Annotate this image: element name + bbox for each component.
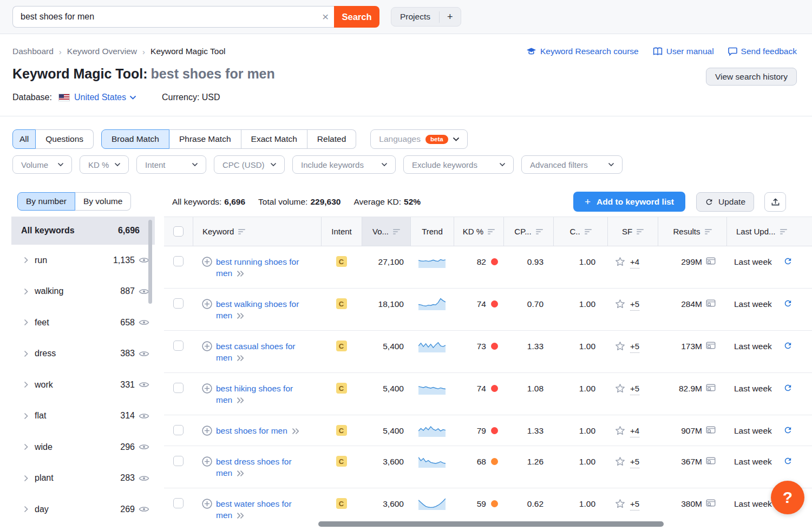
refresh-icon[interactable] xyxy=(783,299,793,308)
row-checkbox[interactable] xyxy=(173,425,184,435)
sidebar-group-item[interactable]: run 1,135 xyxy=(11,245,155,276)
column-volume[interactable]: Vo... xyxy=(362,217,410,246)
filter-advanced[interactable]: Advanced filters xyxy=(521,155,623,174)
expand-keyword-icon[interactable] xyxy=(237,395,245,406)
refresh-icon[interactable] xyxy=(783,456,793,466)
star-icon[interactable] xyxy=(615,456,625,466)
tab-questions[interactable]: Questions xyxy=(36,129,94,149)
expand-keyword-icon[interactable] xyxy=(237,268,245,279)
eye-icon[interactable] xyxy=(139,443,149,450)
sidebar-by-number-tab[interactable]: By number xyxy=(17,192,75,211)
sidebar-group-item[interactable]: walking 887 xyxy=(11,276,155,307)
help-button[interactable]: ? xyxy=(771,481,804,514)
keyword-link[interactable]: best running shoes for men xyxy=(216,257,299,278)
column-trend[interactable]: Trend xyxy=(410,217,454,246)
sidebar-by-volume-tab[interactable]: By volume xyxy=(75,192,131,211)
keyword-link[interactable]: best water shoes for men xyxy=(216,499,292,520)
eye-icon[interactable] xyxy=(139,319,149,326)
serp-features-link[interactable]: +5 xyxy=(630,341,639,353)
tab-all[interactable]: All xyxy=(12,129,36,149)
star-icon[interactable] xyxy=(615,341,625,351)
row-checkbox[interactable] xyxy=(173,498,184,508)
keyword-link[interactable]: best hiking shoes for men xyxy=(216,384,293,404)
intent-badge[interactable]: C xyxy=(336,383,347,394)
expand-keyword-icon[interactable] xyxy=(237,310,245,322)
row-checkbox[interactable] xyxy=(173,298,184,309)
user-manual-link[interactable]: User manual xyxy=(653,47,714,56)
intent-badge[interactable]: C xyxy=(336,256,347,267)
select-all-checkbox[interactable] xyxy=(164,217,193,246)
row-checkbox[interactable] xyxy=(173,341,184,351)
eye-icon[interactable] xyxy=(139,475,149,482)
column-last-updated[interactable]: Last Upd... xyxy=(726,217,812,246)
serp-preview-icon[interactable] xyxy=(706,384,716,392)
sidebar-group-item[interactable]: work 331 xyxy=(11,369,155,401)
star-icon[interactable] xyxy=(615,299,625,309)
sidebar-group-item[interactable]: wide 296 xyxy=(11,431,155,463)
export-button[interactable] xyxy=(764,192,786,212)
new-project-button[interactable]: + xyxy=(439,11,461,23)
projects-button[interactable]: Projects xyxy=(391,12,439,22)
add-to-keyword-list-button[interactable]: +Add to keyword list xyxy=(573,192,685,212)
add-keyword-icon[interactable] xyxy=(202,299,212,309)
star-icon[interactable] xyxy=(615,383,625,393)
search-input[interactable] xyxy=(12,6,334,28)
sidebar-group-item[interactable]: day 269 xyxy=(11,494,155,525)
serp-preview-icon[interactable] xyxy=(706,342,716,350)
expand-keyword-icon[interactable] xyxy=(237,510,245,521)
filter-intent[interactable]: Intent xyxy=(136,155,206,174)
keyword-link[interactable]: best dress shoes for men xyxy=(216,457,292,477)
star-icon[interactable] xyxy=(615,257,625,266)
column-kd[interactable]: KD % xyxy=(454,217,503,246)
sidebar-group-item[interactable]: feet 658 xyxy=(11,307,155,338)
sidebar-all-keywords[interactable]: All keywords 6,696 xyxy=(11,217,155,245)
star-icon[interactable] xyxy=(615,499,625,508)
row-checkbox[interactable] xyxy=(173,456,184,466)
sidebar-scrollbar[interactable] xyxy=(148,220,152,304)
intent-badge[interactable]: C xyxy=(336,341,347,351)
serp-preview-icon[interactable] xyxy=(706,299,716,308)
serp-features-link[interactable]: +4 xyxy=(630,425,639,437)
refresh-icon[interactable] xyxy=(783,341,793,350)
serp-preview-icon[interactable] xyxy=(706,426,716,435)
intent-badge[interactable]: C xyxy=(336,456,347,467)
breadcrumb-dashboard[interactable]: Dashboard xyxy=(12,47,54,56)
column-sf[interactable]: SF xyxy=(607,217,658,246)
serp-features-link[interactable]: +5 xyxy=(630,456,639,468)
serp-features-link[interactable]: +5 xyxy=(630,298,639,311)
add-keyword-icon[interactable] xyxy=(202,341,212,351)
row-checkbox[interactable] xyxy=(173,256,184,266)
view-search-history-button[interactable]: View search history xyxy=(706,68,797,86)
sidebar-group-item[interactable]: plant 283 xyxy=(11,463,155,494)
add-keyword-icon[interactable] xyxy=(202,456,212,467)
add-keyword-icon[interactable] xyxy=(202,426,212,436)
column-keyword[interactable]: Keyword xyxy=(193,217,321,246)
database-selector[interactable]: United States xyxy=(74,93,136,102)
intent-badge[interactable]: C xyxy=(336,498,347,509)
keyword-link[interactable]: best shoes for men xyxy=(216,426,287,435)
eye-icon[interactable] xyxy=(139,350,149,357)
expand-keyword-icon[interactable] xyxy=(237,352,245,364)
filter-volume[interactable]: Volume xyxy=(12,155,72,174)
eye-icon[interactable] xyxy=(139,288,149,295)
horizontal-scrollbar[interactable] xyxy=(318,521,664,527)
sidebar-group-item[interactable]: flat 314 xyxy=(11,401,155,432)
add-keyword-icon[interactable] xyxy=(202,499,212,509)
filter-cpc[interactable]: CPC (USD) xyxy=(214,155,285,174)
update-button[interactable]: Update xyxy=(696,192,754,212)
intent-badge[interactable]: C xyxy=(336,425,347,436)
refresh-icon[interactable] xyxy=(783,383,793,392)
filter-exclude-keywords[interactable]: Exclude keywords xyxy=(403,155,514,174)
languages-dropdown[interactable]: Languages beta xyxy=(370,129,467,149)
serp-features-link[interactable]: +4 xyxy=(630,256,639,269)
add-keyword-icon[interactable] xyxy=(202,383,212,394)
expand-keyword-icon[interactable] xyxy=(292,426,300,437)
tab-broad-match[interactable]: Broad Match xyxy=(101,129,169,149)
intent-badge[interactable]: C xyxy=(336,298,347,309)
eye-icon[interactable] xyxy=(139,506,149,513)
clear-search-icon[interactable]: × xyxy=(322,11,329,23)
sidebar-group-item[interactable]: dress 383 xyxy=(11,338,155,370)
column-results[interactable]: Results xyxy=(658,217,726,246)
eye-icon[interactable] xyxy=(139,381,149,388)
column-cpc[interactable]: CP... xyxy=(503,217,553,246)
